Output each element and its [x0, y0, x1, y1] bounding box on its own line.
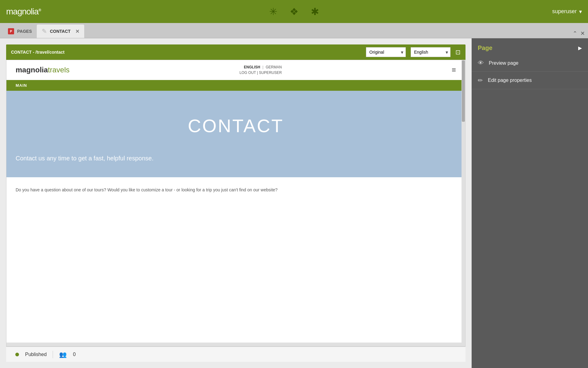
right-panel-expand-icon[interactable]: ▶ [578, 45, 582, 51]
green-nav-bar: MAIN [6, 80, 465, 91]
tab-collapse-button[interactable]: ⌃ [573, 30, 577, 37]
vertical-scrollbar[interactable] [462, 60, 465, 346]
username: superuser [552, 8, 577, 15]
scroll-thumb[interactable] [462, 60, 465, 122]
site-nav-links: ENGLISH | GERMAN LOG OUT | SUPERUSER [239, 65, 282, 75]
site-logo: magnoliatravels [16, 66, 70, 74]
original-select[interactable]: Original [366, 47, 406, 57]
hero-section: CONTACT Contact us any time to get a fas… [6, 91, 465, 177]
horizontal-scrollbar[interactable] [6, 343, 462, 346]
tab-close-all-button[interactable]: ✕ [580, 30, 585, 37]
responsive-toggle-button[interactable]: ⊡ [455, 48, 461, 56]
lang-english[interactable]: ENGLISH [244, 65, 260, 69]
contact-tab-icon: ✎ [42, 28, 47, 35]
nav-icon-star[interactable]: ✱ [311, 6, 319, 17]
auth-links[interactable]: LOG OUT | SUPERUSER [239, 71, 282, 75]
status-bar: Published 👥 0 [6, 347, 466, 362]
page-path: CONTACT - /travel/contact [11, 50, 361, 55]
tab-pages[interactable]: P PAGES [3, 25, 37, 38]
hamburger-icon[interactable]: ≡ [452, 66, 456, 74]
status-dot [15, 353, 19, 356]
tab-bar-actions: ⌃ ✕ [573, 30, 588, 38]
status-text: Published [25, 352, 47, 357]
language-select-wrapper[interactable]: English German [411, 47, 450, 57]
page-content: magnoliatravels ENGLISH | GERMAN LOG OUT… [6, 60, 466, 347]
logo-sup: ® [39, 8, 41, 12]
nav-icons: ✳ ❖ ✱ [269, 6, 319, 17]
preview-icon: 👁 [478, 59, 484, 67]
hero-title: CONTACT [16, 115, 456, 136]
lang-german[interactable]: GERMAN [266, 65, 282, 69]
right-panel-title: Page [478, 44, 492, 52]
original-select-wrapper[interactable]: Original [366, 47, 406, 57]
tab-contact-close[interactable]: ✕ [75, 29, 79, 34]
site-logo-light: travels [48, 66, 70, 74]
lang-sep: | [262, 65, 263, 69]
main-area: CONTACT - /travel/contact Original Engli… [0, 38, 588, 368]
tab-pages-label: PAGES [17, 29, 32, 34]
right-panel: Page ▶ 👁 Preview page ✏ Edit page proper… [472, 38, 588, 368]
tab-contact[interactable]: ✎ CONTACT ✕ [37, 25, 84, 38]
edit-page-properties-label: Edit page properties [488, 78, 532, 83]
logo-text: magnolia [6, 7, 39, 16]
user-area[interactable]: superuser ▾ [552, 8, 582, 15]
status-divider [53, 351, 53, 358]
nav-label: MAIN [16, 83, 27, 88]
preview-page-label: Preview page [489, 60, 518, 66]
pages-tab-icon: P [8, 28, 14, 34]
nav-icon-diamond[interactable]: ❖ [290, 6, 299, 17]
page-panel: CONTACT - /travel/contact Original Engli… [0, 38, 472, 368]
page-toolbar: CONTACT - /travel/contact Original Engli… [6, 44, 466, 60]
tab-bar: P PAGES ✎ CONTACT ✕ ⌃ ✕ [0, 23, 588, 38]
users-icon: 👥 [59, 351, 67, 358]
edit-page-properties-button[interactable]: ✏ Edit page properties [472, 72, 588, 89]
site-logo-bold: magnolia [16, 66, 48, 74]
users-count: 0 [73, 352, 76, 357]
right-panel-menu: 👁 Preview page ✏ Edit page properties [472, 55, 588, 89]
logo: magnolia® [6, 7, 41, 17]
site-header: magnoliatravels ENGLISH | GERMAN LOG OUT… [6, 60, 465, 80]
page-body-text: Do you have a question about one of our … [6, 177, 465, 202]
preview-page-button[interactable]: 👁 Preview page [472, 55, 588, 72]
language-select[interactable]: English German [411, 47, 450, 57]
tab-contact-label: CONTACT [50, 29, 70, 34]
hero-subtitle: Contact us any time to get a fast, helpf… [16, 155, 456, 162]
nav-icon-scissors[interactable]: ✳ [269, 6, 277, 17]
edit-icon: ✏ [478, 77, 483, 84]
right-panel-header: Page ▶ [472, 38, 588, 52]
user-dropdown-icon: ▾ [579, 8, 582, 15]
top-bar: magnolia® ✳ ❖ ✱ superuser ▾ [0, 0, 588, 23]
